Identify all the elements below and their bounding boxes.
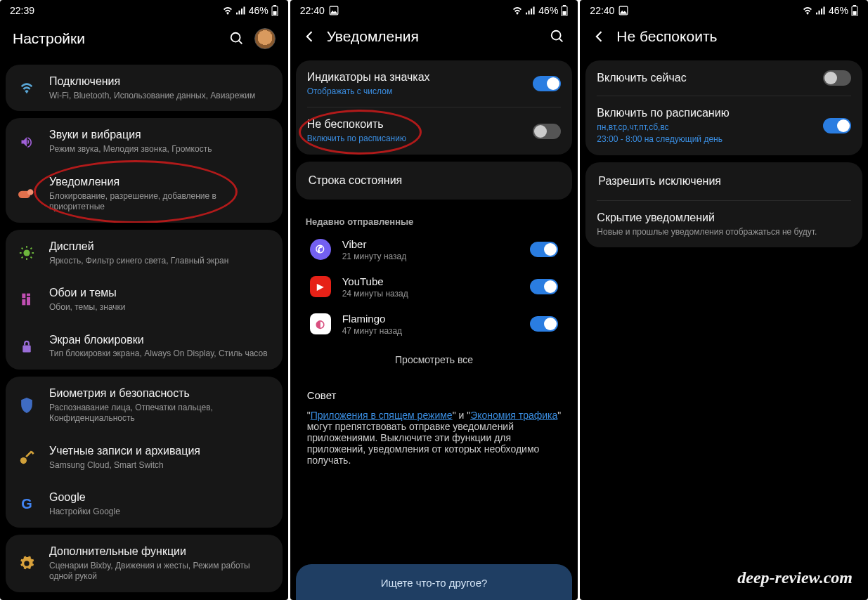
app-row-viber[interactable]: ✆ Viber21 минуту назад [296,231,573,268]
row-display[interactable]: ДисплейЯркость, Фильтр синего света, Гла… [6,230,283,276]
row-title: Индикаторы на значках [307,70,521,85]
search-icon[interactable] [550,29,565,44]
header: Настройки [0,21,288,65]
page-title: Уведомления [327,28,540,45]
row-sub: Samsung Cloud, Smart Switch [49,460,271,471]
toggle-app[interactable] [530,316,558,332]
svg-line-4 [238,41,242,44]
row-additional[interactable]: Дополнительные функцииСценарии Bixby, Дв… [6,535,283,592]
gear-icon [17,556,37,571]
search-icon[interactable] [229,31,245,46]
row-title: Биометрия и безопасность [49,386,271,401]
row-sub: Отображать с числом [307,86,521,98]
app-time: 47 минут назад [342,326,519,336]
app-time: 21 минуту назад [342,252,519,261]
card-connections: ПодключенияWi-Fi, Bluetooth, Использован… [6,65,283,111]
svg-rect-2 [273,11,276,15]
row-dnd[interactable]: Не беспокоитьВключить по расписанию [296,107,573,154]
row-sub: Сценарии Bixby, Движения и жесты, Режим … [49,561,271,582]
notify-icon [17,188,37,200]
app-name: YouTube [342,275,519,287]
status-time: 22:39 [10,5,34,16]
battery-pct: 46% [249,5,268,16]
tip-link-data-saver[interactable]: Экономия трафика [470,410,557,421]
row-title: Включить сейчас [597,71,810,86]
row-wallpaper[interactable]: Обои и темыОбои, темы, значки [6,276,283,322]
row-exceptions[interactable]: Разрешить исключения [585,162,862,200]
card-dnd-options: Разрешить исключения Скрытие уведомлений… [585,162,862,247]
row-sub: Wi-Fi, Bluetooth, Использование данных, … [49,91,271,102]
row-status-line[interactable]: Строка состояния [296,162,573,200]
row-connections[interactable]: ПодключенияWi-Fi, Bluetooth, Использован… [6,65,283,111]
row-title: Уведомления [49,175,271,190]
bottom-prompt[interactable]: Ищете что-то другое? [296,564,573,600]
card-dnd-toggles: Включить сейчас Включить по расписанию п… [585,60,862,155]
toggle-app[interactable] [530,279,558,294]
row-accounts[interactable]: Учетные записи и архивацияSamsung Cloud,… [6,434,283,481]
svg-rect-33 [853,11,857,15]
svg-rect-17 [27,294,30,296]
row-enable-schedule[interactable]: Включить по расписанию пн,вт,ср,чт,пт,сб… [585,96,862,155]
row-sub: Тип блокировки экрана, Always On Display… [49,348,271,360]
sound-icon [17,135,37,149]
display-icon [17,245,37,261]
app-row-youtube[interactable]: ▶ YouTube24 минуты назад [296,268,573,306]
row-title: Скрытие уведомлений [597,211,851,226]
page-title: Настройки [13,30,219,47]
svg-point-3 [231,33,240,42]
row-badge-indicators[interactable]: Индикаторы на значкахОтображать с числом [296,60,573,107]
back-icon[interactable] [592,30,607,44]
status-bar: 22:40 46% [290,0,578,21]
tip-link-sleeping-apps[interactable]: Приложения в спящем режиме [311,410,453,421]
back-icon[interactable] [303,30,317,44]
svg-rect-18 [22,299,25,305]
status-bar: 22:40 46% [580,0,868,21]
view-all-link[interactable]: Просмотреть все [296,343,573,377]
toggle-dnd[interactable] [533,124,561,139]
wifi-icon [222,6,233,15]
svg-rect-19 [27,297,30,306]
battery-pct: 46% [829,5,848,16]
signal-icon [526,6,536,15]
tip-section: Совет "Приложения в спящем режиме" и "Эк… [290,377,578,474]
app-time: 24 минуты назад [342,289,519,299]
card-display-group: ДисплейЯркость, Фильтр синего света, Гла… [6,230,283,370]
svg-rect-16 [22,294,25,299]
tip-body: "Приложения в спящем режиме" и "Экономия… [307,410,562,466]
section-recent-label: Недавно отправленные [290,207,578,231]
svg-line-13 [31,256,32,258]
card-additional: Дополнительные функцииСценарии Bixby, Дв… [6,535,283,592]
row-enable-now[interactable]: Включить сейчас [585,60,862,96]
toggle-badges[interactable] [533,76,561,91]
wallpaper-icon [17,292,37,306]
row-google[interactable]: G GoogleНастройки Google [6,481,283,527]
toggle-enable-now[interactable] [823,70,851,86]
signal-icon [816,6,826,15]
toggle-app[interactable] [530,242,558,257]
tip-title: Совет [307,389,562,401]
app-icon-flamingo: ◐ [310,313,331,334]
card-statusline: Строка состояния [296,162,573,200]
svg-point-7 [23,249,30,256]
key-icon [17,450,37,465]
row-title: Учетные записи и архивация [49,444,271,459]
row-hide-notifications[interactable]: Скрытие уведомленийНовые и прошлые уведо… [585,201,862,247]
svg-rect-27 [563,11,566,15]
row-sub: Настройки Google [49,507,271,518]
row-title: Включить по расписанию [597,106,810,121]
row-title: Дополнительные функции [49,544,271,559]
image-icon [618,6,628,15]
row-sounds[interactable]: Звуки и вибрацияРежим звука, Мелодия зво… [6,118,283,164]
avatar[interactable] [254,28,276,49]
row-notifications[interactable]: УведомленияБлокирование, разрешение, доб… [6,165,283,223]
row-lockscreen[interactable]: Экран блокировкиТип блокировки экрана, A… [6,323,283,370]
app-row-flamingo[interactable]: ◐ Flamingo47 минут назад [296,306,573,343]
toggle-schedule[interactable] [823,118,851,133]
card-security-group: Биометрия и безопасностьРаспознавание ли… [6,377,283,528]
wifi-icon [512,6,523,15]
schedule-range: 23:00 - 8:00 на следующий день [597,134,810,145]
wifi-icon [802,6,813,15]
status-time: 22:40 [300,5,325,16]
signal-icon [236,6,246,15]
row-biometrics[interactable]: Биометрия и безопасностьРаспознавание ли… [6,377,283,434]
